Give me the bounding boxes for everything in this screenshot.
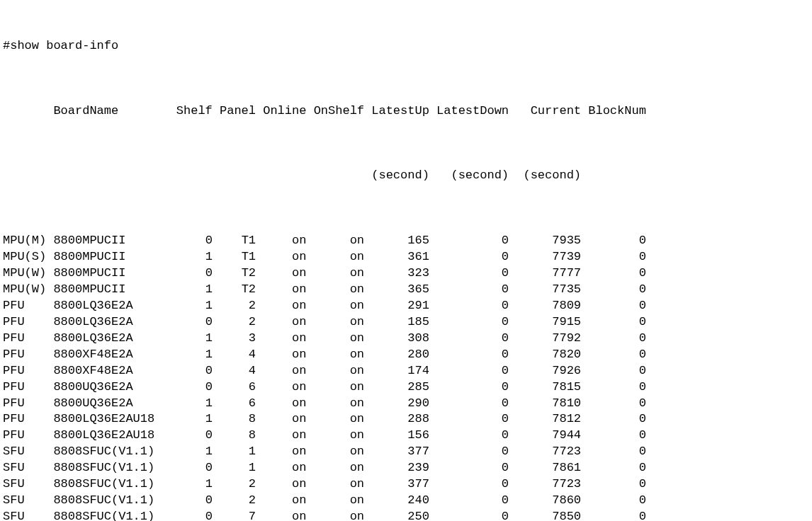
cell-panel: 2 bbox=[213, 314, 256, 331]
cell-onshelf: on bbox=[306, 379, 364, 396]
cell-boardname: 8800UQ36E2A bbox=[53, 396, 169, 412]
cell-online: on bbox=[256, 314, 306, 331]
col-header-shelf: Shelf bbox=[169, 103, 213, 120]
cell-latestup: 290 bbox=[364, 396, 429, 412]
cell-online: on bbox=[256, 493, 306, 509]
cell-onshelf: on bbox=[306, 460, 364, 476]
col-header-onshelf: OnShelf bbox=[306, 103, 364, 120]
cell-current: 7944 bbox=[509, 428, 581, 444]
cell-blocknum: 0 bbox=[581, 493, 646, 509]
col-header-latestdown: LatestDown bbox=[429, 103, 509, 120]
command-text: #show board-info bbox=[3, 39, 118, 52]
cell-shelf: 0 bbox=[169, 314, 213, 331]
cell-boardname: 8800MPUCII bbox=[53, 249, 169, 265]
cell-latestup: 174 bbox=[364, 363, 429, 379]
cell-current: 7815 bbox=[509, 379, 581, 396]
cell-online: on bbox=[256, 509, 306, 521]
table-row: MPU(M)8800MPUCII0T1onon165079350 bbox=[3, 233, 809, 249]
cell-shelf: 1 bbox=[169, 444, 213, 460]
cell-shelf: 0 bbox=[169, 509, 213, 521]
cell-onshelf: on bbox=[306, 411, 364, 428]
cell-latestup: 185 bbox=[364, 314, 429, 331]
cell-blocknum: 0 bbox=[581, 444, 646, 460]
cell-type: SFU bbox=[3, 444, 53, 460]
cell-online: on bbox=[256, 282, 306, 298]
cell-online: on bbox=[256, 379, 306, 396]
cell-type: PFU bbox=[3, 379, 53, 396]
table-row: PFU8800XF48E2A14onon280078200 bbox=[3, 347, 809, 363]
cell-latestdown: 0 bbox=[429, 265, 509, 282]
table-row: MPU(W)8800MPUCII0T2onon323077770 bbox=[3, 265, 809, 282]
cell-type: PFU bbox=[3, 298, 53, 314]
cell-blocknum: 0 bbox=[581, 379, 646, 396]
cell-latestup: 288 bbox=[364, 411, 429, 428]
cell-latestdown: 0 bbox=[429, 509, 509, 521]
cell-boardname: 8808SFUC(V1.1) bbox=[53, 509, 169, 521]
col-subheader-current: (second) bbox=[509, 168, 581, 184]
cell-panel: 6 bbox=[213, 379, 256, 396]
cell-boardname: 8800LQ36E2A bbox=[53, 298, 169, 314]
cell-current: 7926 bbox=[509, 363, 581, 379]
cell-online: on bbox=[256, 233, 306, 249]
col-header-online: Online bbox=[256, 103, 306, 120]
cell-shelf: 0 bbox=[169, 428, 213, 444]
cell-type: PFU bbox=[3, 347, 53, 363]
cell-latestup: 285 bbox=[364, 379, 429, 396]
cell-type: MPU(M) bbox=[3, 233, 53, 249]
table-row: PFU8800UQ36E2A16onon290078100 bbox=[3, 396, 809, 412]
cell-blocknum: 0 bbox=[581, 249, 646, 265]
cell-panel: T2 bbox=[213, 265, 256, 282]
cell-onshelf: on bbox=[306, 363, 364, 379]
cell-online: on bbox=[256, 265, 306, 282]
cell-current: 7792 bbox=[509, 331, 581, 347]
header-row-1: BoardNameShelfPanelOnlineOnShelfLatestUp… bbox=[3, 103, 809, 120]
cell-blocknum: 0 bbox=[581, 460, 646, 476]
table-row: PFU8800LQ36E2AU1818onon288078120 bbox=[3, 411, 809, 428]
cell-type: PFU bbox=[3, 411, 53, 428]
cell-latestup: 377 bbox=[364, 444, 429, 460]
cell-onshelf: on bbox=[306, 314, 364, 331]
cell-boardname: 8808SFUC(V1.1) bbox=[53, 460, 169, 476]
cell-latestup: 156 bbox=[364, 428, 429, 444]
cell-online: on bbox=[256, 249, 306, 265]
cell-boardname: 8800XF48E2A bbox=[53, 363, 169, 379]
cell-current: 7861 bbox=[509, 460, 581, 476]
cell-latestup: 240 bbox=[364, 493, 429, 509]
cell-onshelf: on bbox=[306, 509, 364, 521]
col-header-panel: Panel bbox=[213, 103, 256, 120]
cell-latestup: 165 bbox=[364, 233, 429, 249]
cell-latestup: 308 bbox=[364, 331, 429, 347]
cell-current: 7820 bbox=[509, 347, 581, 363]
cell-boardname: 8800MPUCII bbox=[53, 265, 169, 282]
cell-blocknum: 0 bbox=[581, 298, 646, 314]
cell-panel: 7 bbox=[213, 509, 256, 521]
cell-shelf: 0 bbox=[169, 363, 213, 379]
cell-current: 7723 bbox=[509, 476, 581, 493]
table-body: MPU(M)8800MPUCII0T1onon165079350MPU(S)88… bbox=[3, 233, 809, 521]
cell-type: PFU bbox=[3, 314, 53, 331]
cell-latestdown: 0 bbox=[429, 460, 509, 476]
cell-online: on bbox=[256, 396, 306, 412]
cell-blocknum: 0 bbox=[581, 282, 646, 298]
cell-latestup: 250 bbox=[364, 509, 429, 521]
cell-shelf: 0 bbox=[169, 233, 213, 249]
cell-type: PFU bbox=[3, 331, 53, 347]
cell-shelf: 1 bbox=[169, 476, 213, 493]
cell-boardname: 8808SFUC(V1.1) bbox=[53, 444, 169, 460]
col-subheader-latestdown: (second) bbox=[429, 168, 509, 184]
cell-online: on bbox=[256, 460, 306, 476]
cell-blocknum: 0 bbox=[581, 347, 646, 363]
cell-boardname: 8800MPUCII bbox=[53, 282, 169, 298]
cell-latestdown: 0 bbox=[429, 493, 509, 509]
cell-boardname: 8800LQ36E2AU18 bbox=[53, 411, 169, 428]
cell-latestdown: 0 bbox=[429, 396, 509, 412]
cell-boardname: 8800LQ36E2AU18 bbox=[53, 428, 169, 444]
table-row: PFU8800LQ36E2A12onon291078090 bbox=[3, 298, 809, 314]
terminal-output: #show board-info BoardNameShelfPanelOnli… bbox=[0, 0, 812, 521]
cell-blocknum: 0 bbox=[581, 314, 646, 331]
cell-panel: 8 bbox=[213, 428, 256, 444]
cell-onshelf: on bbox=[306, 282, 364, 298]
cell-latestdown: 0 bbox=[429, 233, 509, 249]
table-row: PFU8800LQ36E2A13onon308077920 bbox=[3, 331, 809, 347]
cell-panel: 3 bbox=[213, 331, 256, 347]
